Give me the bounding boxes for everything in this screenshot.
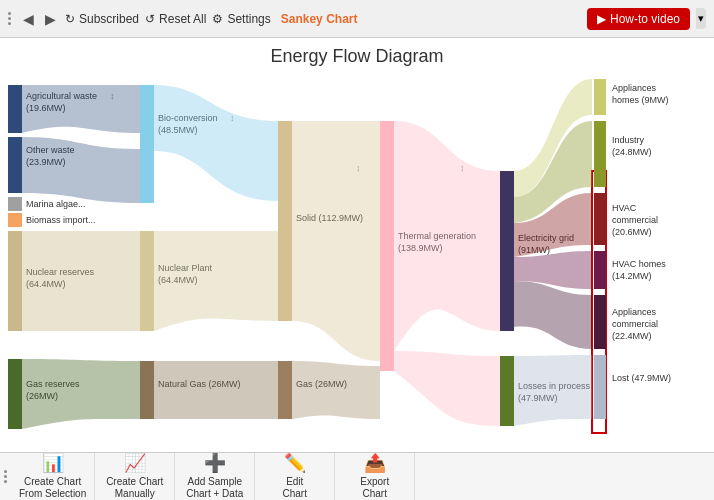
edit-chart-label: EditChart <box>283 476 307 500</box>
add-sample-icon: ➕ <box>204 453 226 475</box>
node-electricity-grid <box>500 171 514 331</box>
node-gas-reserves <box>8 359 22 429</box>
node-thermal <box>380 121 394 371</box>
flow-other-bio <box>22 137 140 203</box>
drag-handle <box>8 12 11 25</box>
node-nuclear-plant <box>140 231 154 331</box>
flow-elec-app-com <box>514 281 592 349</box>
subscribed-button[interactable]: ↻ Subscribed <box>65 12 139 26</box>
node-marina-algae <box>8 197 22 211</box>
flow-natural-gas-col <box>154 361 278 419</box>
node-bio-conversion <box>140 85 154 203</box>
settings-label: Settings <box>227 12 270 26</box>
label-hvac-homes: HVAC homes <box>612 259 666 269</box>
chart-type-label: Sankey Chart <box>281 12 358 26</box>
reset-icon: ↺ <box>145 12 155 26</box>
node-solid <box>278 121 292 321</box>
sankey-diagram: Agricultural waste (19.6MW) ↕ Other wast… <box>0 71 714 441</box>
svg-text:commercial: commercial <box>612 215 658 225</box>
reset-button[interactable]: ↺ Reset All <box>145 12 206 26</box>
create-manually-label: Create ChartManually <box>106 476 163 500</box>
svg-text:(24.8MW): (24.8MW) <box>612 147 652 157</box>
label-lost: Lost (47.9MW) <box>612 373 671 383</box>
chart-area: Energy Flow Diagram Agricultural waste (… <box>0 38 714 452</box>
back-button[interactable]: ◀ <box>19 10 37 28</box>
add-sample-chart-button[interactable]: ➕ Add SampleChart + Data <box>175 453 255 501</box>
forward-button[interactable]: ▶ <box>41 10 59 28</box>
node-other-waste <box>8 137 22 193</box>
add-sample-label: Add SampleChart + Data <box>186 476 243 500</box>
flow-nuclear-res-plant <box>22 231 140 331</box>
label-marina-algae: Marina algae... <box>26 199 86 209</box>
flow-gas-thermal <box>292 361 380 419</box>
settings-icon: ⚙ <box>212 12 223 26</box>
label-biomass: Biomass import... <box>26 215 96 225</box>
create-from-selection-icon: 📊 <box>42 453 64 475</box>
edit-chart-icon: ✏️ <box>284 453 306 475</box>
reset-label: Reset All <box>159 12 206 26</box>
node-hvac-homes <box>594 251 606 289</box>
nav-buttons: ◀ ▶ <box>19 10 59 28</box>
top-toolbar: ◀ ▶ ↻ Subscribed ↺ Reset All ⚙ Settings … <box>0 0 714 38</box>
edit-chart-button[interactable]: ✏️ EditChart <box>255 453 335 501</box>
node-gas <box>278 361 292 419</box>
subscribed-icon: ↻ <box>65 12 75 26</box>
flow-nuclear-plant-solid <box>154 231 278 331</box>
svg-text:(22.4MW): (22.4MW) <box>612 331 652 341</box>
settings-button[interactable]: ⚙ Settings <box>212 12 270 26</box>
chart-title: Energy Flow Diagram <box>0 38 714 71</box>
node-industry <box>594 121 606 187</box>
export-chart-icon: 📤 <box>364 453 386 475</box>
create-manually-icon: 📈 <box>124 453 146 475</box>
howto-dropdown-button[interactable]: ▾ <box>696 8 706 29</box>
svg-text:commercial: commercial <box>612 319 658 329</box>
node-lost <box>594 355 606 419</box>
node-losses <box>500 356 514 426</box>
node-biomass <box>8 213 22 227</box>
bottom-toolbar: 📊 Create ChartFrom Selection 📈 Create Ch… <box>0 452 714 500</box>
flow-thermal-elec <box>394 121 500 351</box>
label-industry: Industry <box>612 135 645 145</box>
node-natural-gas <box>140 361 154 419</box>
youtube-icon: ▶ <box>597 12 606 26</box>
flow-gas-res-natural <box>22 359 140 429</box>
node-appliances-commercial <box>594 295 606 349</box>
flow-bio-solid <box>154 85 278 201</box>
svg-text:(20.6MW): (20.6MW) <box>612 227 652 237</box>
label-hvac-commercial: HVAC <box>612 203 637 213</box>
svg-text:(14.2MW): (14.2MW) <box>612 271 652 281</box>
svg-text:homes (9MW): homes (9MW) <box>612 95 669 105</box>
howto-label: How-to video <box>610 12 680 26</box>
create-from-selection-label: Create ChartFrom Selection <box>19 476 86 500</box>
flow-losses-lost <box>514 355 592 426</box>
export-chart-label: ExportChart <box>360 476 389 500</box>
bottom-drag-handle <box>4 470 7 483</box>
node-hvac-commercial <box>594 193 606 245</box>
label-appliances-commercial: Appliances <box>612 307 657 317</box>
flow-thermal-losses <box>394 351 500 426</box>
export-chart-button[interactable]: 📤 ExportChart <box>335 453 415 501</box>
node-agricultural-waste <box>8 85 22 133</box>
node-appliances-homes <box>594 79 606 115</box>
create-chart-from-selection-button[interactable]: 📊 Create ChartFrom Selection <box>11 453 95 501</box>
flow-solid-thermal <box>292 121 380 361</box>
create-chart-manually-button[interactable]: 📈 Create ChartManually <box>95 453 175 501</box>
node-nuclear-reserves <box>8 231 22 331</box>
label-appliances-homes: Appliances <box>612 83 657 93</box>
howto-button[interactable]: ▶ How-to video <box>587 8 690 30</box>
subscribed-label: Subscribed <box>79 12 139 26</box>
flow-agri-bio <box>22 85 140 133</box>
